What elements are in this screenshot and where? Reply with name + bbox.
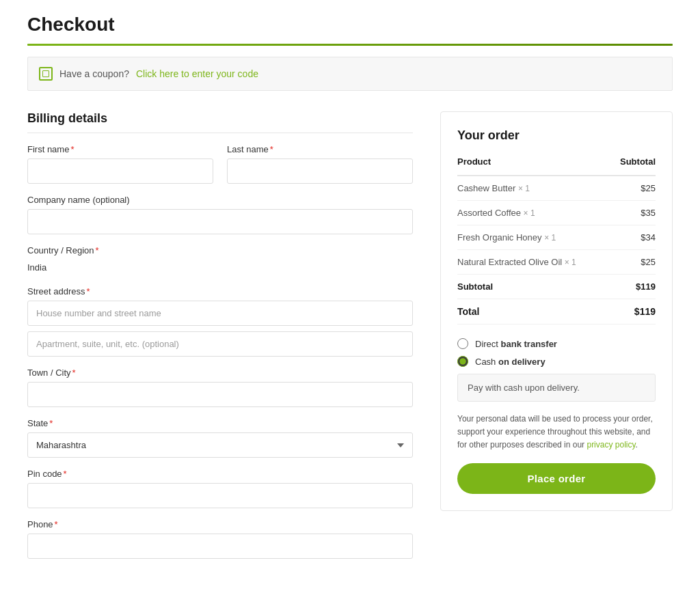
bank-transfer-label[interactable]: Direct bank transfer — [475, 339, 557, 349]
phone-label: Phone* — [27, 519, 413, 529]
total-value: $119 — [610, 299, 656, 324]
pincode-label: Pin code* — [27, 469, 413, 479]
header-divider — [27, 44, 673, 46]
first-name-label: First name* — [27, 144, 213, 154]
country-value: India — [27, 260, 413, 275]
cash-description: Pay with cash upon delivery. — [457, 374, 656, 402]
payment-options: Direct bank transfer Cash on delivery Pa… — [457, 338, 656, 494]
order-summary: Your order Product Subtotal Cashew Butte… — [440, 111, 673, 511]
privacy-link[interactable]: privacy policy — [587, 440, 635, 450]
apartment-input[interactable] — [27, 331, 413, 357]
place-order-button[interactable]: Place order — [457, 463, 656, 494]
street-address-group: Street address* — [27, 286, 413, 357]
product-name: Cashew Butter × 1 — [457, 176, 610, 201]
country-group: Country / Region* India — [27, 245, 413, 275]
subtotal-value: $119 — [610, 275, 656, 299]
subtotal-label: Subtotal — [457, 275, 610, 299]
phone-group: Phone* — [27, 519, 413, 559]
coupon-bar: Have a coupon? Click here to enter your … — [27, 57, 673, 91]
last-name-input[interactable] — [227, 158, 413, 184]
total-label: Total — [457, 299, 610, 324]
table-row: Natural Extracted Olive Oil × 1 $25 — [457, 250, 656, 275]
street-address-input[interactable] — [27, 301, 413, 326]
pincode-input[interactable] — [27, 483, 413, 508]
table-row: Cashew Butter × 1 $25 — [457, 176, 656, 201]
bank-transfer-option: Direct bank transfer — [457, 338, 656, 349]
product-name: Natural Extracted Olive Oil × 1 — [457, 250, 610, 275]
table-row: Assorted Coffee × 1 $35 — [457, 201, 656, 225]
city-group: Town / City* — [27, 368, 413, 407]
coupon-text: Have a coupon? — [59, 68, 129, 79]
country-required: * — [96, 245, 99, 255]
col-product: Product — [457, 156, 610, 176]
col-subtotal: Subtotal — [610, 156, 656, 176]
last-name-required: * — [270, 144, 273, 154]
first-name-group: First name* — [27, 144, 213, 184]
state-required: * — [49, 418, 53, 428]
street-required: * — [87, 286, 90, 296]
page-title: Checkout — [27, 14, 673, 36]
billing-title: Billing details — [27, 111, 413, 133]
company-label: Company name (optional) — [27, 195, 413, 205]
first-name-input[interactable] — [27, 158, 213, 184]
product-price: $34 — [610, 225, 656, 250]
main-layout: Billing details First name* Last name* C… — [27, 111, 673, 570]
bank-transfer-radio[interactable] — [457, 338, 468, 349]
state-label: State* — [27, 418, 413, 428]
city-input[interactable] — [27, 382, 413, 407]
street-address-label: Street address* — [27, 286, 413, 296]
country-label: Country / Region* — [27, 245, 413, 255]
coupon-icon — [39, 67, 53, 81]
billing-section: Billing details First name* Last name* C… — [27, 111, 413, 570]
pincode-group: Pin code* — [27, 469, 413, 508]
cash-delivery-label[interactable]: Cash on delivery — [475, 357, 546, 367]
last-name-label: Last name* — [227, 144, 413, 154]
cash-delivery-radio[interactable] — [457, 356, 468, 367]
cash-delivery-option: Cash on delivery — [457, 356, 656, 367]
coupon-link[interactable]: Click here to enter your code — [136, 68, 258, 79]
city-label: Town / City* — [27, 368, 413, 378]
order-table: Product Subtotal Cashew Butter × 1 $25 A… — [457, 156, 656, 324]
company-input[interactable] — [27, 209, 413, 234]
order-title: Your order — [457, 128, 656, 143]
product-name: Assorted Coffee × 1 — [457, 201, 610, 225]
product-price: $35 — [610, 201, 656, 225]
product-price: $25 — [610, 250, 656, 275]
first-name-required: * — [70, 144, 74, 154]
company-group: Company name (optional) — [27, 195, 413, 234]
product-name: Fresh Organic Honey × 1 — [457, 225, 610, 250]
city-required: * — [72, 368, 76, 378]
state-select[interactable]: Maharashtra Delhi Karnataka Tamil Nadu G… — [27, 432, 413, 458]
phone-required: * — [55, 519, 58, 529]
table-row: Fresh Organic Honey × 1 $34 — [457, 225, 656, 250]
last-name-group: Last name* — [227, 144, 413, 184]
pincode-required: * — [64, 469, 67, 479]
product-price: $25 — [610, 176, 656, 201]
state-group: State* Maharashtra Delhi Karnataka Tamil… — [27, 418, 413, 458]
name-row: First name* Last name* — [27, 144, 413, 184]
privacy-note: Your personal data will be used to proce… — [457, 413, 656, 452]
phone-input[interactable] — [27, 534, 413, 559]
